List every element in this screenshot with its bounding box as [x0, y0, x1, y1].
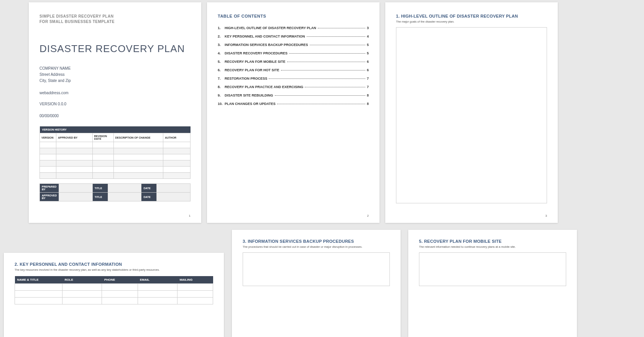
toc-page: 8 [367, 102, 369, 106]
toc-num: 7. [218, 77, 225, 80]
toc-text: RECOVERY PLAN PRACTICE AND EXERCISING [225, 85, 303, 89]
toc-page: 6 [367, 68, 369, 72]
section-title: 1. HIGH-LEVEL OUTLINE OF DISASTER RECOVE… [396, 14, 547, 18]
toc-item: 5.RECOVERY PLAN FOR MOBILE SITE6 [218, 60, 369, 64]
table-row [15, 298, 213, 304]
toc-item: 6.RECOVERY PLAN FOR HOT SITE6 [218, 68, 369, 72]
toc-dots [277, 104, 365, 104]
toc-page: 4 [367, 34, 369, 38]
col-phone: PHONE [102, 276, 138, 284]
toc-title: TABLE OF CONTENTS [218, 14, 369, 18]
toc-page: 6 [367, 60, 369, 64]
toc-num: 10. [218, 102, 225, 106]
toc-item: 10.PLAN CHANGES OR UPDATES8 [218, 102, 369, 106]
toc-dots [289, 53, 365, 54]
col-mailing: MAILING [177, 276, 213, 284]
document-page-5: 3. INFORMATION SERVICES BACKUP PROCEDURE… [232, 230, 401, 337]
toc-num: 2. [218, 34, 225, 38]
company-name: COMPANY NAME [39, 65, 191, 72]
toc-page: 7 [367, 85, 369, 89]
document-page-1: SIMPLE DISASTER RECOVERY PLAN FOR SMALL … [29, 2, 201, 223]
toc-page: 3 [367, 26, 369, 30]
col-name: NAME & TITLE [15, 276, 62, 284]
section-title: 2. KEY PERSONNEL AND CONTACT INFORMATION [15, 262, 213, 267]
toc-dots [287, 62, 365, 62]
content-box [243, 252, 390, 286]
toc-item: 9.DISASTER SITE REBUILDING8 [218, 93, 369, 97]
prepared-by-label: PREPARED BY [40, 184, 59, 193]
vh-col-version: VERSION [40, 133, 56, 142]
contact-table: NAME & TITLE ROLE PHONE EMAIL MAILING [15, 276, 213, 304]
section-title: 3. INFORMATION SERVICES BACKUP PROCEDURE… [243, 239, 390, 244]
street-address: Street Address [39, 72, 191, 78]
approved-by-label: APPROVED BY [40, 193, 59, 201]
toc-text: RESTORATION PROCESS [225, 77, 267, 80]
date-text: 00/00/0000 [39, 114, 191, 118]
toc-text: INFORMATION SERVICES BACKUP PROCEDURES [225, 43, 308, 47]
document-page-6: 5. RECOVERY PLAN FOR MOBILE SITE The rel… [408, 230, 577, 337]
date-label: DATE [141, 184, 157, 193]
toc-dots [307, 36, 365, 37]
template-label-line1: SIMPLE DISASTER RECOVERY PLAN [39, 14, 191, 19]
signoff-table: PREPARED BY TITLE DATE APPROVED BY TITLE… [39, 183, 191, 201]
toc-item: 1.HIGH-LEVEL OUTLINE OF DISASTER RECOVER… [218, 26, 369, 30]
toc-text: RECOVERY PLAN FOR MOBILE SITE [225, 60, 286, 64]
toc-dots [269, 79, 365, 79]
toc-text: DISASTER SITE REBUILDING [225, 93, 273, 97]
section-title: 5. RECOVERY PLAN FOR MOBILE SITE [419, 239, 566, 244]
table-row [15, 291, 213, 298]
vh-col-revdate: REVISION DATE [92, 133, 113, 142]
section-desc: The relevant information needed to conti… [419, 245, 566, 249]
section-desc: The major goals of the disaster recovery… [396, 20, 547, 23]
vh-header: VERSION HISTORY [40, 126, 191, 133]
toc-dots [305, 87, 365, 87]
toc-num: 1. [218, 26, 225, 30]
version-text: VERSION 0.0.0 [39, 102, 191, 106]
template-label-line2: FOR SMALL BUSINESSES TEMPLATE [39, 19, 191, 25]
toc-page: 5 [367, 51, 369, 55]
company-info: COMPANY NAME Street Address City, State … [39, 65, 191, 84]
section-desc: The procedures that should be carried ou… [243, 245, 390, 249]
title-label: TITLE [92, 184, 108, 193]
page-number: 3 [545, 214, 547, 218]
document-page-4: 2. KEY PERSONNEL AND CONTACT INFORMATION… [4, 253, 224, 337]
vh-col-author: AUTHOR [163, 133, 191, 142]
version-history-table: VERSION HISTORY VERSION APPROVED BY REVI… [39, 126, 191, 179]
col-role: ROLE [62, 276, 102, 284]
toc-item: 4.DISASTER RECOVERY PROCEDURES5 [218, 51, 369, 55]
toc-page: 5 [367, 43, 369, 47]
page-number: 1 [189, 214, 191, 218]
toc-item: 7.RESTORATION PROCESS7 [218, 77, 369, 80]
col-email: EMAIL [138, 276, 177, 284]
toc-dots [281, 70, 365, 70]
vh-col-approved: APPROVED BY [56, 133, 92, 142]
toc-text: RECOVERY PLAN FOR HOT SITE [225, 68, 279, 72]
toc-text: DISASTER RECOVERY PROCEDURES [225, 51, 288, 55]
document-page-3: 1. HIGH-LEVEL OUTLINE OF DISASTER RECOVE… [385, 2, 558, 223]
toc-dots [318, 28, 365, 28]
vh-col-desc: DESCRIPTION OF CHANGE [113, 133, 163, 142]
toc-num: 6. [218, 68, 225, 72]
title-label-2: TITLE [92, 193, 108, 201]
content-box [419, 252, 566, 286]
toc-list: 1.HIGH-LEVEL OUTLINE OF DISASTER RECOVER… [218, 26, 369, 106]
toc-num: 5. [218, 60, 225, 64]
toc-dots [310, 45, 365, 45]
toc-item: 3.INFORMATION SERVICES BACKUP PROCEDURES… [218, 43, 369, 47]
toc-page: 8 [367, 93, 369, 97]
toc-num: 4. [218, 51, 225, 55]
document-title: DISASTER RECOVERY PLAN [39, 43, 191, 55]
date-label-2: DATE [141, 193, 157, 201]
city-state-zip: City, State and Zip [39, 78, 191, 84]
document-page-2: TABLE OF CONTENTS 1.HIGH-LEVEL OUTLINE O… [207, 2, 380, 223]
page-number: 2 [367, 214, 369, 218]
toc-num: 8. [218, 85, 225, 89]
toc-dots [275, 95, 365, 96]
section-desc: The key resources involved in the disast… [15, 268, 213, 272]
toc-text: KEY PERSONNEL AND CONTACT INFORMATION [225, 34, 305, 38]
table-row [15, 284, 213, 291]
content-box [396, 27, 547, 203]
toc-item: 2.KEY PERSONNEL AND CONTACT INFORMATION4 [218, 34, 369, 38]
toc-num: 3. [218, 43, 225, 47]
toc-text: HIGH-LEVEL OUTLINE OF DISASTER RECOVERY … [225, 26, 316, 30]
